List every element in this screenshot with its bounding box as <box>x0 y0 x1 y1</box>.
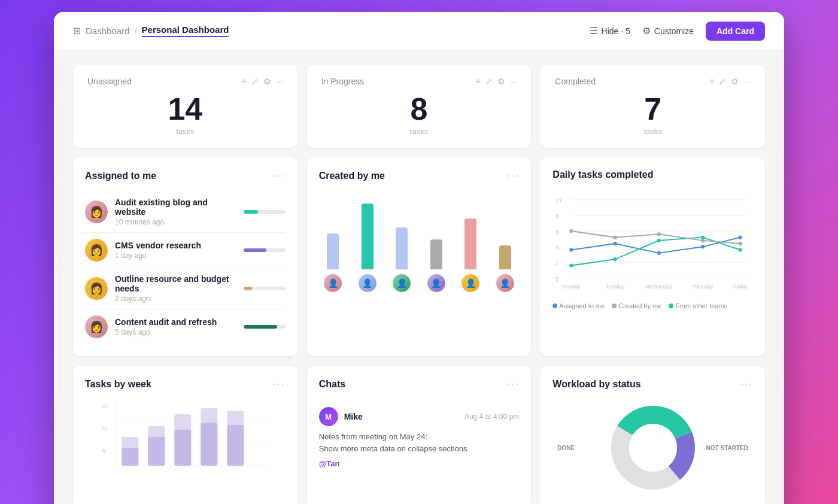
task-item[interactable]: 👩 CMS vendor research 1 day ago <box>85 233 286 268</box>
stat-label-unassigned: Unassigned <box>87 77 132 86</box>
task-list: 👩 Audit existing blog and website 10 min… <box>85 192 286 344</box>
svg-point-42 <box>629 424 677 472</box>
settings-icon[interactable]: ⚙ <box>263 77 271 86</box>
bar <box>464 218 476 269</box>
bar-avatar: 👤 <box>427 274 445 292</box>
svg-point-17 <box>570 248 573 251</box>
settings-icon-2[interactable]: ⚙ <box>497 77 505 86</box>
created-chart: 👤👤👤👤👤👤 <box>319 192 520 323</box>
chat-header: M Mike Aug 4 at 4:00 pm <box>319 407 520 426</box>
avatar: 👩 <box>85 239 108 262</box>
breadcrumb-link[interactable]: Dashboard <box>86 26 129 36</box>
week-bar-fill <box>174 430 191 466</box>
bar <box>499 245 511 269</box>
line-chart-svg: 11 8 6 4 2 0 Monday Tuesday Wednesday Th… <box>552 190 753 297</box>
svg-point-18 <box>614 242 617 245</box>
daily-tasks-title: Daily tasks completed <box>552 169 653 180</box>
stat-sublabel-completed: tasks <box>555 127 751 136</box>
chat-mention[interactable]: @Tan <box>319 459 340 468</box>
assigned-to-me-menu[interactable]: ··· <box>273 169 286 182</box>
svg-text:Tuesday: Tuesday <box>606 284 626 290</box>
svg-point-28 <box>614 235 617 239</box>
expand-icon-3[interactable]: ⤢ <box>719 77 726 86</box>
chat-body: Notes from meeting on May 24:Show more m… <box>319 431 520 470</box>
filter-icon[interactable]: ≡ <box>242 77 247 86</box>
stat-number-unassigned: 14 <box>87 93 283 125</box>
stat-card-icons-3: ≡ ⤢ ⚙ ··· <box>709 77 751 86</box>
chat-line: Notes from meeting on May 24: <box>319 431 520 443</box>
svg-text:4: 4 <box>556 244 559 250</box>
customize-button[interactable]: ⚙ Customize <box>642 25 694 37</box>
chats-card: Chats ··· M Mike Aug 4 at 4:00 pm Notes … <box>307 366 532 504</box>
stat-card-unassigned: Unassigned ≡ ⤢ ⚙ ··· 14 tasks <box>73 65 297 148</box>
svg-text:0: 0 <box>556 275 559 282</box>
svg-point-23 <box>614 257 617 261</box>
task-item[interactable]: 👩 Audit existing blog and website 10 min… <box>85 192 286 233</box>
more-icon[interactable]: ··· <box>276 77 283 86</box>
bar-col <box>456 218 484 269</box>
expand-icon-2[interactable]: ⤢ <box>485 77 493 86</box>
bar-avatar: 👤 <box>461 274 479 292</box>
stat-number-completed: 7 <box>555 93 751 125</box>
chat-time: Aug 4 at 4:00 pm <box>464 412 519 421</box>
created-by-me-title: Created by me <box>319 171 385 181</box>
workload-menu[interactable]: ··· <box>740 378 753 390</box>
avatar: 👩 <box>85 277 108 300</box>
assigned-to-me-title: Assigned to me <box>85 171 156 181</box>
created-by-me-menu[interactable]: ··· <box>506 169 519 182</box>
progress-bar-fill <box>244 325 277 329</box>
tasks-by-week-menu[interactable]: ··· <box>273 378 286 390</box>
svg-point-30 <box>701 239 705 242</box>
settings-icon-3[interactable]: ⚙ <box>731 77 739 86</box>
legend-assigned: Assigned to me <box>552 302 605 309</box>
line-chart-legend: Assigned to me Created by me From other … <box>552 302 753 309</box>
task-progress <box>244 325 286 329</box>
svg-point-31 <box>739 242 742 245</box>
bar-col <box>388 227 416 269</box>
svg-text:11: 11 <box>556 197 562 204</box>
progress-bar-container <box>244 287 286 290</box>
filter-icon-2[interactable]: ≡ <box>475 77 480 86</box>
bar-col <box>319 233 347 269</box>
progress-bar-fill <box>244 248 267 252</box>
stat-number-inprogress: 8 <box>321 93 517 125</box>
expand-icon[interactable]: ⤢ <box>251 77 259 86</box>
stat-sublabel-inprogress: tasks <box>321 127 517 136</box>
bar-avatar: 👤 <box>393 274 411 292</box>
more-icon-3[interactable]: ··· <box>743 77 751 86</box>
task-item[interactable]: 👩 Outline resource and budget needs 2 da… <box>85 268 286 309</box>
breadcrumb-separator: / <box>134 26 136 36</box>
chats-menu[interactable]: ··· <box>506 378 519 390</box>
add-card-button[interactable]: Add Card <box>706 22 765 41</box>
task-time: 1 day ago <box>115 251 236 260</box>
filter-icon-3[interactable]: ≡ <box>709 77 714 86</box>
stat-row: Unassigned ≡ ⤢ ⚙ ··· 14 tasks In Progres… <box>73 65 765 148</box>
week-bar-fill <box>227 425 244 466</box>
assigned-to-me-card: Assigned to me ··· 👩 Audit existing blog… <box>73 157 297 356</box>
stat-card-icons: ≡ ⤢ ⚙ ··· <box>242 77 283 86</box>
avatar: 👩 <box>85 201 108 223</box>
task-item[interactable]: 👩 Content audit and refresh 5 days ago <box>85 309 286 344</box>
chat-name: Mike <box>344 412 363 421</box>
task-progress <box>244 248 286 252</box>
stat-card-icons-2: ≡ ⤢ ⚙ ··· <box>475 77 517 86</box>
svg-text:Friday: Friday <box>733 284 748 290</box>
svg-text:2: 2 <box>556 260 559 266</box>
svg-point-29 <box>657 232 661 236</box>
progress-bar-fill <box>244 287 252 290</box>
daily-tasks-card: Daily tasks completed 11 8 6 4 2 0 Monda… <box>541 157 765 356</box>
week-bar-fill <box>201 423 217 466</box>
avatar: 👩 <box>85 315 108 338</box>
more-icon-2[interactable]: ··· <box>510 77 517 86</box>
progress-bar-container <box>244 325 286 329</box>
svg-point-24 <box>657 239 661 242</box>
breadcrumb: ⊞ Dashboard / Personal Dashboard <box>73 25 229 37</box>
header: ⊞ Dashboard / Personal Dashboard ☰ Hide … <box>54 12 784 50</box>
bottom-grid: Tasks by week ··· 15 10 5 Chats <box>73 366 765 504</box>
svg-point-19 <box>657 251 661 255</box>
svg-point-26 <box>739 248 742 251</box>
bar <box>430 239 442 269</box>
hide-button[interactable]: ☰ Hide · 5 <box>590 25 630 37</box>
chat-avatar: M <box>319 407 338 426</box>
chats-title: Chats <box>319 379 345 390</box>
